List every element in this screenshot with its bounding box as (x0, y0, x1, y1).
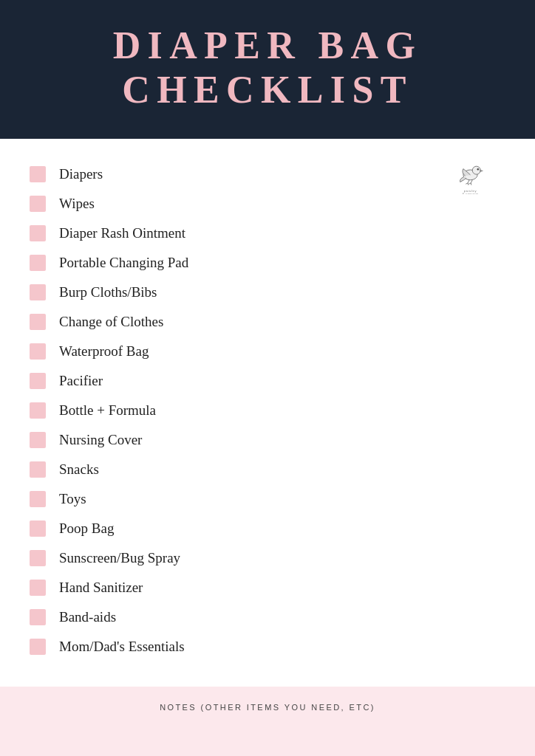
checkbox[interactable] (30, 402, 46, 419)
checkbox[interactable] (30, 166, 46, 182)
item-label: Hand Sanitizer (59, 580, 143, 596)
item-label: Snacks (59, 461, 99, 478)
checkbox[interactable] (30, 343, 46, 360)
logo-icon: paisley & sparrow (450, 154, 491, 194)
checkbox[interactable] (30, 225, 46, 241)
svg-line-7 (471, 179, 472, 182)
item-label: Band-aids (59, 609, 116, 625)
list-item: Portable Changing Pad (30, 248, 505, 278)
item-label: Poop Bag (59, 520, 114, 537)
svg-line-6 (468, 182, 468, 185)
list-item: Hand Sanitizer (30, 573, 505, 602)
svg-marker-2 (480, 170, 483, 172)
item-label: Portable Changing Pad (59, 255, 188, 271)
item-label: Waterproof Bag (59, 343, 149, 360)
list-item: Change of Clothes (30, 307, 505, 337)
main-content: paisley & sparrow DiapersWipesDiaper Ras… (0, 139, 535, 679)
checkbox[interactable] (30, 255, 46, 271)
checkbox[interactable] (30, 550, 46, 566)
item-label: Mom/Dad's Essentials (59, 639, 185, 655)
svg-text:& sparrow: & sparrow (463, 193, 479, 194)
svg-point-1 (472, 166, 480, 174)
checkbox[interactable] (30, 609, 46, 625)
svg-point-3 (477, 168, 479, 170)
item-label: Pacifier (59, 373, 103, 389)
svg-text:paisley: paisley (464, 188, 477, 192)
checkbox[interactable] (30, 520, 46, 537)
checkbox[interactable] (30, 314, 46, 330)
header-section: DIAPER BAG CHECKLIST (0, 0, 535, 139)
item-label: Toys (59, 491, 86, 507)
item-label: Change of Clothes (59, 314, 163, 330)
list-item: Mom/Dad's Essentials (30, 632, 505, 662)
item-label: Diapers (59, 166, 103, 182)
list-item: Waterproof Bag (30, 337, 505, 366)
checkbox[interactable] (30, 196, 46, 212)
svg-line-5 (466, 182, 468, 183)
list-item: Wipes (30, 189, 505, 219)
item-label: Sunscreen/Bug Spray (59, 550, 180, 566)
list-item: Diapers (30, 159, 505, 189)
item-label: Wipes (59, 196, 95, 212)
list-item: Poop Bag (30, 514, 505, 543)
list-item: Band-aids (30, 602, 505, 632)
checkbox[interactable] (30, 461, 46, 478)
list-item: Diaper Rash Ointment (30, 219, 505, 248)
list-item: Bottle + Formula (30, 396, 505, 425)
checklist: DiapersWipesDiaper Rash OintmentPortable… (30, 159, 505, 662)
svg-line-4 (468, 179, 469, 182)
checkbox[interactable] (30, 284, 46, 300)
checkbox[interactable] (30, 491, 46, 507)
list-item: Sunscreen/Bug Spray (30, 543, 505, 573)
list-item: Nursing Cover (30, 425, 505, 455)
list-item: Snacks (30, 455, 505, 484)
checkbox[interactable] (30, 373, 46, 389)
notes-section: NOTES (OTHER ITEMS YOU NEED, ETC) (0, 687, 535, 756)
list-item: Burp Cloths/Bibs (30, 278, 505, 307)
item-label: Diaper Rash Ointment (59, 225, 185, 241)
list-item: Toys (30, 484, 505, 514)
item-label: Nursing Cover (59, 432, 142, 448)
page-title: DIAPER BAG CHECKLIST (15, 24, 520, 112)
checkbox[interactable] (30, 432, 46, 448)
notes-title: NOTES (OTHER ITEMS YOU NEED, ETC) (15, 703, 520, 712)
checkbox[interactable] (30, 639, 46, 655)
list-item: Pacifier (30, 366, 505, 396)
svg-line-9 (471, 182, 471, 185)
item-label: Bottle + Formula (59, 402, 156, 419)
logo-area: paisley & sparrow (450, 154, 491, 197)
item-label: Burp Cloths/Bibs (59, 284, 157, 300)
checkbox[interactable] (30, 580, 46, 596)
svg-line-8 (468, 182, 471, 183)
